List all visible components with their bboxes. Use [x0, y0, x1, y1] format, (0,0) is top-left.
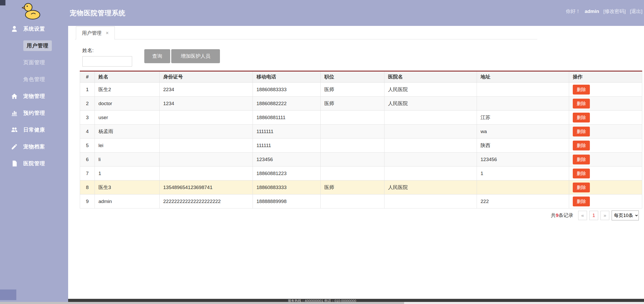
username: admin — [585, 9, 599, 14]
page-size-select[interactable]: 每页10条 — [612, 211, 639, 220]
page-title: 宠物医院管理系统 — [70, 0, 126, 26]
table-row: 6li123456123456删除 — [80, 153, 642, 167]
table-cell-actions: 删除 — [569, 167, 642, 180]
logout-link[interactable]: [退出] — [630, 8, 642, 15]
table-row: 8医生313548965412369874118860883333医师人民医院删… — [80, 180, 642, 194]
table-cell: 2 — [80, 97, 95, 111]
sidebar-item-appointment-management[interactable]: 预约管理 — [0, 105, 68, 121]
app-root: 系统设置 用户管理 页面管理 角色管理 宠物管理 预约管理 — [0, 0, 644, 304]
table-cell — [384, 139, 477, 153]
sidebar-item-user-management[interactable]: 用户管理 — [0, 37, 68, 54]
table-cell: 18860881223 — [253, 167, 321, 180]
table-cell — [477, 83, 569, 97]
column-header: 身份证号 — [160, 71, 253, 83]
search-button[interactable]: 查询 — [144, 49, 170, 63]
sidebar-item-role-management[interactable]: 角色管理 — [0, 71, 68, 88]
table-cell: 1111111 — [253, 125, 321, 139]
table-cell-actions: 删除 — [569, 194, 642, 208]
table-cell: 2234 — [160, 83, 253, 97]
sidebar-item-daily-health[interactable]: 日常健康 — [0, 121, 68, 138]
name-input[interactable] — [82, 56, 132, 67]
sidebar-item-label: 系统设置 — [23, 25, 45, 32]
table-cell — [384, 111, 477, 125]
table-cell-actions: 删除 — [569, 139, 642, 153]
table-cell: 18860881111 — [253, 111, 321, 125]
sidebar-item-label: 医院管理 — [23, 160, 45, 167]
pagination: 共9条记录 « 1 » 每页10条 — [551, 210, 639, 221]
table-cell — [384, 167, 477, 180]
delete-button[interactable]: 删除 — [573, 127, 590, 136]
horizontal-scrollbar-thumb[interactable] — [0, 302, 404, 304]
greeting-text: 你好！ — [566, 8, 581, 15]
table-cell: 陕西 — [477, 139, 569, 153]
users-icon — [11, 126, 18, 133]
delete-button[interactable]: 删除 — [573, 197, 590, 206]
column-header: 姓名 — [95, 71, 160, 83]
table-cell: 111111 — [253, 139, 321, 153]
sidebar-item-label: 角色管理 — [23, 76, 45, 83]
delete-button[interactable]: 删除 — [573, 113, 590, 122]
table-cell: 8 — [80, 180, 95, 194]
table-cell — [321, 139, 384, 153]
table-row: 9admin2222222222222222222221888888999822… — [80, 194, 642, 208]
delete-button[interactable]: 删除 — [573, 155, 590, 164]
sidebar-item-pet-management[interactable]: 宠物管理 — [0, 88, 68, 105]
table-cell: doctor — [95, 97, 160, 111]
pen-icon — [11, 143, 18, 150]
tab-user-management[interactable]: 用户管理 × — [76, 26, 115, 40]
table-cell — [321, 111, 384, 125]
table-cell — [384, 125, 477, 139]
delete-button[interactable]: 删除 — [573, 99, 590, 108]
current-page[interactable]: 1 — [589, 211, 598, 220]
table-cell: user — [95, 111, 160, 125]
sidebar-menu: 系统设置 用户管理 页面管理 角色管理 宠物管理 预约管理 — [0, 20, 68, 172]
horizontal-scrollbar — [0, 302, 644, 304]
column-header: 操作 — [569, 71, 642, 83]
sidebar-item-label: 日常健康 — [23, 126, 45, 133]
table-row: 71188608812231删除 — [80, 167, 642, 180]
table-cell: 人民医院 — [384, 180, 477, 194]
delete-button[interactable]: 删除 — [573, 183, 590, 192]
table-cell-actions: 删除 — [569, 153, 642, 167]
table-cell: 3 — [80, 111, 95, 125]
document-icon — [11, 160, 18, 167]
name-filter-field: 姓名: — [82, 47, 132, 67]
table-cell — [384, 153, 477, 167]
table-cell-actions: 删除 — [569, 180, 642, 194]
table-cell: 123456 — [477, 153, 569, 167]
table-cell — [321, 167, 384, 180]
table-cell — [477, 180, 569, 194]
table-cell — [384, 194, 477, 208]
table-cell: 1 — [95, 167, 160, 180]
sidebar-item-label: 宠物档案 — [23, 143, 45, 150]
prev-page-button[interactable]: « — [578, 211, 587, 220]
table-cell: 人民医院 — [384, 97, 477, 111]
tab-close-icon[interactable]: × — [106, 30, 109, 36]
table-cell — [477, 97, 569, 111]
table-cell: 18860882222 — [253, 97, 321, 111]
user-links: 你好！ admin [修改密码] [退出] — [566, 0, 642, 23]
table-cell: 123456 — [253, 153, 321, 167]
table-cell: 9 — [80, 194, 95, 208]
record-count: 共9条记录 — [551, 212, 573, 219]
sidebar-item-hospital-management[interactable]: 医院管理 — [0, 155, 68, 172]
delete-button[interactable]: 删除 — [573, 141, 590, 150]
user-table: #姓名身份证号移动电话职位医院名地址操作 1医生2223418860883333… — [80, 71, 642, 208]
column-header: 移动电话 — [253, 71, 321, 83]
sidebar-item-page-management[interactable]: 页面管理 — [0, 54, 68, 71]
tab-label: 用户管理 — [82, 30, 102, 37]
table-cell: 人民医院 — [384, 83, 477, 97]
add-staff-button[interactable]: 增加医护人员 — [171, 49, 220, 63]
table-cell-actions: 删除 — [569, 83, 642, 97]
sidebar-item-pet-records[interactable]: 宠物档案 — [0, 138, 68, 155]
change-password-link[interactable]: [修改密码] — [603, 8, 626, 15]
next-page-button[interactable]: » — [600, 211, 609, 220]
sidebar-item-system-settings[interactable]: 系统设置 — [0, 20, 68, 37]
table-cell: 7 — [80, 167, 95, 180]
table-cell — [160, 139, 253, 153]
delete-button[interactable]: 删除 — [573, 169, 590, 178]
sidebar-collapse-button[interactable] — [0, 289, 16, 300]
table-cell — [160, 111, 253, 125]
delete-button[interactable]: 删除 — [573, 85, 590, 95]
table-cell: 18888889998 — [253, 194, 321, 208]
